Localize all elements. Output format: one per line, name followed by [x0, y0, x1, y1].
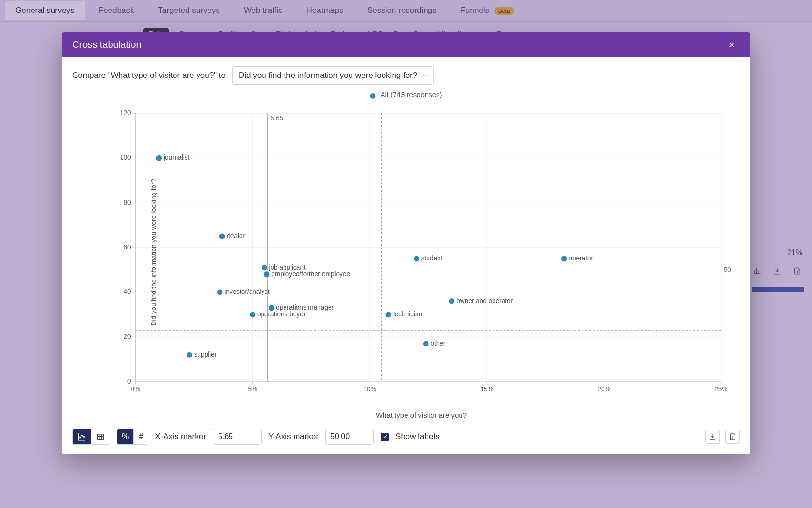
close-icon[interactable]	[727, 41, 741, 49]
svg-text:80: 80	[123, 198, 131, 206]
svg-text:50: 50	[724, 265, 731, 273]
modal-body: Compare "What type of visitor are you?" …	[62, 57, 750, 454]
svg-text:journalist: journalist	[163, 153, 190, 161]
svg-text:100: 100	[120, 153, 131, 161]
y-marker-input[interactable]	[325, 429, 374, 445]
modal-overlay: Cross tabulation Compare "What type of v…	[0, 0, 812, 508]
svg-point-61	[561, 256, 567, 261]
svg-text:dealer: dealer	[227, 232, 245, 239]
view-scatter-button[interactable]	[73, 429, 91, 444]
svg-text:operator: operator	[569, 254, 593, 262]
svg-point-69	[187, 352, 192, 358]
x-marker-input[interactable]	[213, 429, 262, 445]
y-marker-label: Y-Axis marker	[268, 432, 318, 442]
svg-text:120: 120	[120, 109, 131, 117]
all-responses-label: All (743 responses)	[370, 89, 442, 99]
svg-point-51	[264, 271, 270, 277]
chevron-down-icon	[422, 73, 428, 78]
chart-toolbar: % # X-Axis marker Y-Axis marker Show lab…	[72, 424, 740, 445]
svg-text:25%: 25%	[714, 385, 727, 393]
svg-text:10%: 10%	[363, 385, 376, 393]
svg-text:40: 40	[123, 288, 131, 295]
svg-text:other: other	[430, 339, 445, 347]
modal-header: Cross tabulation	[62, 32, 750, 57]
show-labels-checkbox[interactable]	[381, 433, 389, 441]
svg-text:0%: 0%	[131, 385, 140, 393]
scatter-plot: 5.65500204060801001200%5%10%15%20%25%jou…	[108, 108, 735, 396]
svg-text:student: student	[421, 254, 443, 262]
compare-select-value: Did you find the information you were lo…	[239, 71, 417, 80]
svg-point-53	[217, 290, 223, 295]
modal-title: Cross tabulation	[72, 39, 142, 50]
x-marker-label: X-Axis marker	[155, 432, 206, 442]
view-table-button[interactable]	[91, 429, 110, 444]
svg-point-49	[262, 265, 267, 270]
export-file-button[interactable]	[725, 430, 740, 444]
svg-text:supplier: supplier	[194, 350, 217, 358]
svg-text:15%: 15%	[480, 385, 493, 393]
y-axis-title: Did you find the information you were lo…	[150, 179, 157, 325]
compare-label: Compare "What type of visitor are you?" …	[72, 71, 226, 80]
compare-select[interactable]: Did you find the information you were lo…	[232, 66, 434, 85]
view-toggle	[72, 429, 110, 445]
unit-toggle: % #	[117, 429, 148, 445]
chart-area: All (743 responses) 5.655002040608010012…	[72, 89, 740, 424]
scatter-svg: 5.65500204060801001200%5%10%15%20%25%jou…	[108, 108, 735, 396]
svg-text:operations buyer: operations buyer	[257, 310, 306, 318]
svg-point-57	[250, 312, 255, 317]
unit-percent-button[interactable]: %	[117, 429, 134, 444]
unit-count-button[interactable]: #	[134, 429, 148, 444]
svg-point-72	[82, 435, 83, 436]
svg-text:5%: 5%	[248, 385, 257, 393]
show-labels-label: Show labels	[395, 432, 439, 442]
svg-text:20: 20	[123, 333, 131, 340]
svg-point-71	[80, 437, 81, 438]
compare-row: Compare "What type of visitor are you?" …	[72, 66, 740, 85]
svg-point-45	[156, 155, 162, 161]
svg-text:5.65: 5.65	[271, 114, 284, 121]
crosstab-modal: Cross tabulation Compare "What type of v…	[62, 32, 750, 454]
svg-point-73	[83, 436, 84, 437]
svg-text:employee/former employee: employee/former employee	[271, 270, 350, 278]
svg-text:owner and operator: owner and operator	[456, 297, 513, 304]
svg-point-47	[219, 234, 225, 239]
svg-point-63	[449, 298, 455, 304]
x-axis-title: What type of visitor are you?	[108, 411, 735, 419]
svg-point-65	[385, 312, 391, 317]
dot-icon	[370, 93, 375, 99]
svg-text:20%: 20%	[597, 385, 610, 393]
all-responses-text: All (743 responses)	[380, 90, 442, 98]
download-group	[705, 430, 740, 444]
svg-point-59	[414, 256, 419, 261]
svg-text:investor/analyst: investor/analyst	[224, 288, 270, 295]
svg-text:60: 60	[123, 243, 131, 250]
svg-text:0: 0	[127, 377, 131, 385]
download-button[interactable]	[705, 430, 720, 444]
svg-text:technician: technician	[393, 310, 422, 318]
svg-point-67	[423, 341, 429, 346]
